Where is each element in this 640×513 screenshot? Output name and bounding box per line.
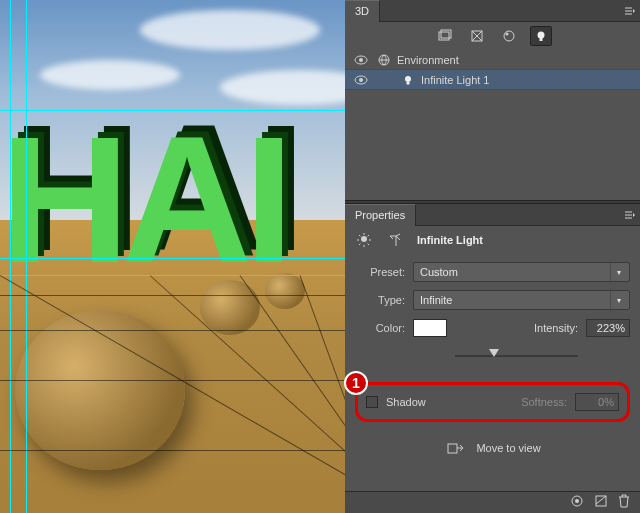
softness-label: Softness: [521, 396, 567, 408]
color-swatch[interactable] [413, 319, 447, 337]
ground-grid-line [0, 450, 345, 451]
scene-filter-icon[interactable] [434, 26, 456, 46]
properties-mode-bar: Infinite Light [345, 226, 640, 254]
type-row: Type: Infinite [355, 288, 630, 312]
cloud [40, 60, 180, 90]
tab-3d[interactable]: 3D [345, 0, 380, 22]
flyout-menu-icon[interactable] [624, 209, 636, 221]
visibility-eye-icon[interactable] [351, 75, 371, 85]
tab-properties[interactable]: Properties [345, 204, 416, 226]
panel-properties-tabbar: Properties [345, 204, 640, 226]
type-label: Type: [355, 294, 405, 306]
svg-rect-6 [539, 38, 542, 41]
move-to-view-row: Move to view [355, 438, 630, 458]
trash-icon[interactable] [618, 494, 630, 512]
guide-horizontal[interactable] [0, 275, 345, 276]
coordinates-icon[interactable] [385, 230, 407, 250]
scene-row-environment[interactable]: Environment [345, 50, 640, 70]
preset-value: Custom [420, 266, 458, 278]
preset-row: Preset: Custom [355, 260, 630, 284]
intensity-slider[interactable] [455, 349, 578, 363]
svg-point-5 [537, 32, 544, 39]
shadow-group-callout: 1 Shadow Softness: [355, 382, 630, 422]
properties-footer [345, 491, 640, 513]
three-d-text[interactable]: HAI [0, 110, 286, 290]
shadow-checkbox[interactable] [366, 396, 378, 408]
guide-horizontal[interactable] [0, 258, 345, 259]
cloud [140, 10, 320, 50]
guide-horizontal[interactable] [0, 110, 345, 111]
new-light-icon[interactable] [594, 494, 608, 512]
guide-vertical[interactable] [26, 0, 27, 513]
svg-point-11 [359, 78, 363, 82]
ground-grid-line [0, 330, 345, 331]
scene-row-infinite-light-1[interactable]: Infinite Light 1 [345, 70, 640, 90]
svg-point-8 [359, 58, 363, 62]
intensity-slider-row [355, 344, 630, 368]
ground-grid-line [0, 380, 345, 381]
callout-badge: 1 [344, 371, 368, 395]
preset-select[interactable]: Custom [413, 262, 630, 282]
svg-point-3 [504, 31, 514, 41]
guide-vertical[interactable] [10, 0, 11, 513]
properties-heading: Infinite Light [417, 234, 483, 246]
svg-point-4 [505, 33, 508, 36]
document-canvas[interactable]: HAI [0, 0, 345, 513]
type-value: Infinite [420, 294, 452, 306]
softness-input [575, 393, 619, 411]
material-filter-icon[interactable] [498, 26, 520, 46]
svg-point-12 [405, 76, 411, 82]
panel-3d-scene-list: Environment Infinite Light 1 [345, 50, 640, 200]
scene-row-label: Environment [397, 54, 459, 66]
svg-point-17 [575, 499, 579, 503]
intensity-input[interactable] [586, 319, 630, 337]
render-icon[interactable] [570, 494, 584, 512]
panel-3d-tabbar: 3D [345, 0, 640, 22]
color-intensity-row: Color: Intensity: [355, 316, 630, 340]
visibility-eye-icon[interactable] [351, 55, 371, 65]
svg-rect-15 [448, 444, 457, 453]
panels-area: 3D Environment [345, 0, 640, 513]
intensity-label: Intensity: [534, 322, 578, 334]
color-label: Color: [355, 322, 405, 334]
preset-label: Preset: [355, 266, 405, 278]
panel-3d-filter-bar [345, 22, 640, 50]
shadow-label: Shadow [386, 396, 426, 408]
scene-row-label: Infinite Light 1 [421, 74, 490, 86]
light-properties-icon[interactable] [353, 230, 375, 250]
light-filter-icon[interactable] [530, 26, 552, 46]
svg-rect-13 [407, 82, 410, 85]
svg-point-14 [361, 236, 367, 242]
mesh-filter-icon[interactable] [466, 26, 488, 46]
light-icon [401, 73, 415, 87]
flyout-menu-icon[interactable] [624, 5, 636, 17]
move-to-view-icon[interactable] [444, 438, 466, 458]
environment-icon [377, 53, 391, 67]
properties-body: Preset: Custom Type: Infinite Color: Int… [345, 254, 640, 468]
type-select[interactable]: Infinite [413, 290, 630, 310]
move-to-view-label[interactable]: Move to view [476, 442, 540, 454]
